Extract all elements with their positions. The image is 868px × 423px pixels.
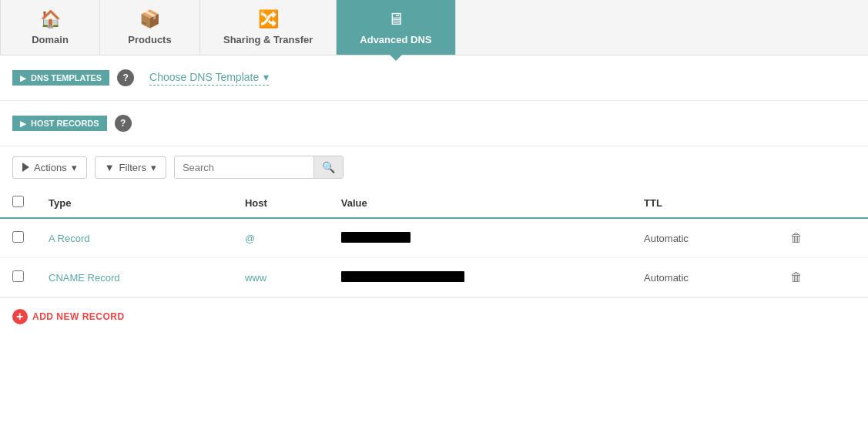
dns-templates-header: ▶ DNS TEMPLATES ? Choose DNS Template ▾ <box>12 69 856 86</box>
chevron-down-icon: ▾ <box>263 71 269 83</box>
add-icon: + <box>12 309 28 324</box>
records-table: Type Host Value TTL A Record <box>0 188 868 297</box>
dns-template-placeholder: Choose DNS Template <box>149 71 259 83</box>
advanced-dns-icon: 🖥 <box>387 9 404 29</box>
filters-label: Filters <box>119 162 146 173</box>
search-input[interactable] <box>175 157 313 178</box>
row2-delete-cell: 🗑 <box>773 258 868 297</box>
row1-delete-button[interactable]: 🗑 <box>786 230 807 247</box>
table-row: CNAME Record www Automatic 🗑 <box>0 258 868 297</box>
dns-templates-help[interactable]: ? <box>117 69 134 86</box>
row1-value-bar <box>341 232 411 243</box>
col-type: Type <box>36 188 233 218</box>
row2-type-link[interactable]: CNAME Record <box>49 272 119 284</box>
host-records-help[interactable]: ? <box>115 115 132 132</box>
tab-products[interactable]: 📦 Products <box>100 0 200 55</box>
host-records-title-btn[interactable]: ▶ HOST RECORDS <box>12 116 107 131</box>
row1-host: @ <box>245 233 255 244</box>
row1-checkbox-cell <box>0 218 36 258</box>
row2-checkbox[interactable] <box>12 270 24 282</box>
dns-templates-label: DNS TEMPLATES <box>31 73 102 82</box>
filters-button[interactable]: ▼ Filters ▾ <box>95 156 166 179</box>
col-ttl: TTL <box>632 188 773 218</box>
col-value: Value <box>329 188 632 218</box>
actions-button[interactable]: Actions ▾ <box>12 156 87 179</box>
tab-domain[interactable]: 🏠 Domain <box>0 0 100 55</box>
row2-host: www <box>245 272 266 284</box>
header-checkbox-col <box>0 188 36 218</box>
tab-advanced-dns-label: Advanced DNS <box>360 34 431 45</box>
row2-type-cell: CNAME Record <box>36 258 233 297</box>
col-actions <box>773 188 868 218</box>
row1-checkbox[interactable] <box>12 231 24 243</box>
row1-ttl-cell: Automatic <box>632 218 773 258</box>
sharing-icon: 🔀 <box>258 9 279 29</box>
row2-ttl: Automatic <box>644 272 689 284</box>
tab-sharing-label: Sharing & Transfer <box>223 34 313 45</box>
table-row: A Record @ Automatic 🗑 <box>0 218 868 258</box>
search-box: 🔍 <box>174 156 344 179</box>
actions-chevron-icon: ▾ <box>72 162 77 173</box>
search-button[interactable]: 🔍 <box>313 156 343 178</box>
tab-advanced-dns[interactable]: 🖥 Advanced DNS <box>337 0 455 55</box>
actions-play-icon <box>22 163 29 172</box>
dns-templates-section: ▶ DNS TEMPLATES ? Choose DNS Template ▾ <box>0 55 868 101</box>
add-new-record-button[interactable]: + ADD NEW RECORD <box>12 309 125 324</box>
actions-label: Actions <box>34 162 67 173</box>
select-all-checkbox[interactable] <box>12 196 24 207</box>
row2-host-cell: www <box>233 258 329 297</box>
host-records-header: ▶ HOST RECORDS ? <box>12 115 856 132</box>
row2-ttl-cell: Automatic <box>632 258 773 297</box>
table-header-row: Type Host Value TTL <box>0 188 868 218</box>
row2-value-bar <box>341 271 464 282</box>
domain-icon: 🏠 <box>40 9 61 29</box>
row2-value-cell <box>329 258 632 297</box>
row1-ttl: Automatic <box>644 233 689 244</box>
records-toolbar: Actions ▾ ▼ Filters ▾ 🔍 <box>0 146 868 188</box>
row2-checkbox-cell <box>0 258 36 297</box>
tab-domain-label: Domain <box>32 34 69 45</box>
dns-templates-arrow: ▶ <box>20 74 26 82</box>
add-record-section: + ADD NEW RECORD <box>0 297 868 335</box>
dns-template-dropdown[interactable]: Choose DNS Template ▾ <box>149 71 269 86</box>
host-records-section: ▶ HOST RECORDS ? <box>0 101 868 146</box>
host-records-label: HOST RECORDS <box>31 119 99 128</box>
tab-sharing[interactable]: 🔀 Sharing & Transfer <box>200 0 337 55</box>
col-host: Host <box>233 188 329 218</box>
add-record-label: ADD NEW RECORD <box>32 311 125 322</box>
products-icon: 📦 <box>139 9 160 29</box>
tab-bar: 🏠 Domain 📦 Products 🔀 Sharing & Transfer… <box>0 0 868 55</box>
row1-type-cell: A Record <box>36 218 233 258</box>
host-records-arrow: ▶ <box>20 119 26 128</box>
row1-host-cell: @ <box>233 218 329 258</box>
row1-value-cell <box>329 218 632 258</box>
filter-icon: ▼ <box>105 162 115 173</box>
search-icon: 🔍 <box>322 161 335 173</box>
dns-templates-title-btn[interactable]: ▶ DNS TEMPLATES <box>12 70 109 86</box>
row1-type-link[interactable]: A Record <box>49 233 89 244</box>
row1-delete-cell: 🗑 <box>773 218 868 258</box>
row2-delete-button[interactable]: 🗑 <box>786 269 807 286</box>
filters-chevron-icon: ▾ <box>151 162 156 173</box>
tab-products-label: Products <box>128 34 171 45</box>
